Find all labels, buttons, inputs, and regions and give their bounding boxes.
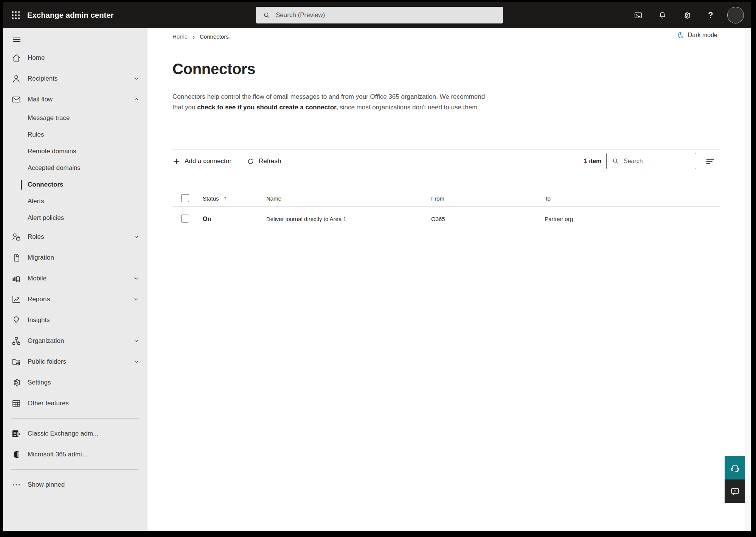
description-link[interactable]: check to see if you should create a conn… [197,104,338,111]
home-icon [11,53,21,63]
chevron-down-icon [133,296,140,303]
refresh-button[interactable]: Refresh [247,153,281,170]
sidebar-item-reports[interactable]: Reports [3,289,147,310]
reports-icon [11,294,21,304]
account-avatar[interactable] [727,7,744,23]
sidebar-item-roles[interactable]: Roles [3,226,147,247]
add-connector-button[interactable]: Add a connector [172,153,231,170]
main-content: Home Connectors Dark mode Connectors Con… [147,28,751,531]
headset-icon [730,463,740,473]
settings-button[interactable] [679,8,694,23]
sidebar-item-insights[interactable]: Insights [3,310,147,330]
sidebar-item-accepted-domains[interactable]: Accepted domains [3,160,147,176]
settings-icon [11,378,21,388]
sidebar-item-other-features[interactable]: Other features [3,393,147,414]
sidebar-item-label: Connectors [28,181,63,188]
breadcrumb: Home Connectors [172,33,229,40]
topbar-search[interactable] [256,7,503,23]
chevron-down-icon [133,75,140,82]
chevron-up-icon [133,96,140,103]
chevron-down-icon [133,358,140,365]
sidebar-item-label: Organization [28,337,64,345]
scrollbar-track[interactable] [745,28,751,531]
sidebar-item-message-trace[interactable]: Message trace [3,110,147,126]
topbar-search-input[interactable] [276,11,497,19]
hamburger-icon [12,34,22,44]
selected-indicator [21,180,22,190]
sidebar-item-mail-flow[interactable]: Mail flow [3,89,147,110]
column-header-name[interactable]: Name [266,191,281,206]
support-button[interactable] [725,456,745,479]
dark-mode-toggle[interactable]: Dark mode [677,31,717,39]
sidebar-item-settings[interactable]: Settings [3,372,147,393]
sidebar-item-label: Settings [28,379,51,386]
sidebar-item-remote-domains[interactable]: Remote domains [3,143,147,160]
sidebar-item-migration[interactable]: Migration [3,247,147,268]
sidebar-item-rules[interactable]: Rules [3,126,147,143]
search-icon [612,157,619,165]
roles-icon [11,232,21,242]
sidebar-item-show-pinned[interactable]: Show pinned [3,474,147,495]
sidebar-item-classic-exchange-adm[interactable]: Classic Exchange adm... [3,423,147,444]
add-connector-label: Add a connector [185,157,231,165]
feedback-chat-icon [730,486,740,497]
select-all-checkbox[interactable] [181,194,189,202]
cloud-shell-button[interactable] [630,8,646,23]
mobile-icon [11,274,21,283]
refresh-label: Refresh [259,157,281,165]
sidebar-item-label: Recipients [28,75,57,82]
sidebar-item-recipients[interactable]: Recipients [3,68,147,89]
sidebar-item-public-folders[interactable]: Public folders [3,351,147,372]
chevron-down-icon [133,275,140,282]
feedback-button[interactable] [725,479,745,503]
row-name-link[interactable]: Deliver journal directly to Area 1 [266,207,346,231]
sidebar-item-label: Roles [28,233,44,241]
list-search-box[interactable] [606,153,696,169]
sidebar-item-label: Reports [28,296,50,303]
list-search-input[interactable] [624,158,702,165]
public-folders-icon [11,357,21,367]
sidebar-item-label: Insights [28,316,50,324]
dark-mode-label: Dark mode [688,32,717,39]
chevron-down-icon [133,337,140,344]
sidebar-item-mobile[interactable]: Mobile [3,268,147,289]
breadcrumb-home-link[interactable]: Home [172,33,188,40]
search-icon [263,11,270,19]
sidebar-item-label: Alert policies [28,214,64,222]
help-button[interactable]: ? [703,8,718,23]
filter-icon [705,156,716,167]
sidebar-item-label: Show pinned [28,481,65,489]
filter-button[interactable] [703,154,718,168]
sidebar-item-connectors[interactable]: Connectors [3,176,147,193]
floating-buttons [725,456,745,503]
sidebar-item-label: Rules [28,131,44,139]
sidebar-item-organization[interactable]: Organization [3,330,147,351]
chevron-down-icon [133,233,140,240]
table-row[interactable]: OnDeliver journal directly to Area 1O365… [147,207,751,231]
chevron-right-icon [191,34,196,39]
sidebar-item-label: Accepted domains [28,164,81,172]
refresh-icon [247,157,255,165]
row-checkbox[interactable] [181,215,189,223]
sidebar-item-label: Microsoft 365 admi... [28,451,87,458]
classic-exchange-icon [11,429,21,439]
sidebar-item-label: Alerts [28,198,44,205]
sidebar-item-label: Other features [28,400,69,407]
notifications-button[interactable] [655,8,670,23]
sidebar-item-label: Classic Exchange adm... [28,430,98,437]
topbar-actions: ? [630,2,744,28]
sidebar-item-alerts[interactable]: Alerts [3,193,147,210]
sidebar-item-alert-policies[interactable]: Alert policies [3,210,147,226]
sidebar-item-label: Home [28,54,45,62]
topbar: Exchange admin center ? [3,2,751,28]
column-header-to[interactable]: To [545,191,551,206]
nav-collapse-button[interactable] [9,32,24,47]
breadcrumb-current: Connectors [200,33,229,40]
sidebar-item-home[interactable]: Home [3,47,147,68]
column-header-status[interactable]: Status [203,191,228,206]
exchange-admin-center-app: Exchange admin center ? HomeRecipientsMa… [3,2,751,531]
app-launcher-button[interactable] [7,6,25,24]
sort-ascending-icon [222,196,228,201]
sidebar-item-microsoft-365-admi[interactable]: Microsoft 365 admi... [3,444,147,465]
column-header-from[interactable]: From [431,191,444,206]
